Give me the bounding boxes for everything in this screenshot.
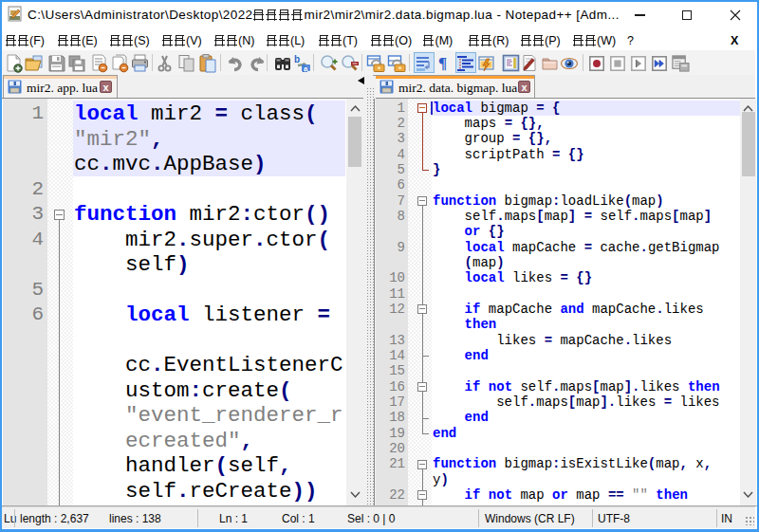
- svg-text:b: b: [294, 54, 300, 64]
